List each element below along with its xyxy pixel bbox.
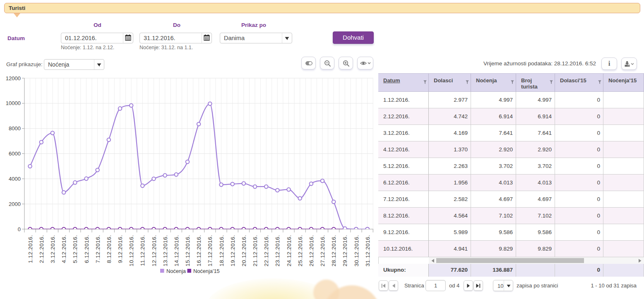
svg-text:7.12.2016.: 7.12.2016. xyxy=(95,235,101,263)
svg-text:22.12.2016.: 22.12.2016. xyxy=(263,235,269,266)
svg-text:13.12.2016.: 13.12.2016. xyxy=(162,235,168,266)
svg-text:5.12.2016.: 5.12.2016. xyxy=(72,235,78,263)
svg-text:0: 0 xyxy=(18,226,21,232)
svg-text:9.12.2016.: 9.12.2016. xyxy=(117,235,123,263)
svg-text:23.12.2016.: 23.12.2016. xyxy=(274,235,281,266)
svg-text:4.12.2016.: 4.12.2016. xyxy=(61,235,67,263)
svg-text:8.12.2016.: 8.12.2016. xyxy=(106,235,112,263)
svg-text:12.12.2016.: 12.12.2016. xyxy=(151,235,157,266)
svg-text:1.12.2016.: 1.12.2016. xyxy=(27,235,34,263)
svg-text:2000: 2000 xyxy=(9,201,21,207)
svg-text:10.12.2016.: 10.12.2016. xyxy=(128,235,135,266)
svg-text:8000: 8000 xyxy=(9,125,21,132)
svg-text:15.12.2016.: 15.12.2016. xyxy=(185,235,191,266)
svg-text:14.12.2016.: 14.12.2016. xyxy=(173,235,180,266)
svg-text:6000: 6000 xyxy=(9,151,21,157)
svg-text:19.12.2016.: 19.12.2016. xyxy=(230,235,236,266)
svg-text:29.12.2016.: 29.12.2016. xyxy=(342,235,348,266)
svg-text:31.12.2016.: 31.12.2016. xyxy=(365,235,371,266)
svg-text:6.12.2016.: 6.12.2016. xyxy=(84,235,90,263)
svg-text:12000: 12000 xyxy=(6,75,21,81)
svg-text:4000: 4000 xyxy=(9,176,21,182)
svg-text:11.12.2016.: 11.12.2016. xyxy=(139,235,146,266)
svg-text:20.12.2016.: 20.12.2016. xyxy=(241,235,247,266)
svg-text:26.12.2016.: 26.12.2016. xyxy=(308,235,315,266)
svg-text:16.12.2016.: 16.12.2016. xyxy=(196,235,202,266)
svg-text:28.12.2016.: 28.12.2016. xyxy=(331,235,337,266)
svg-text:17.12.2016.: 17.12.2016. xyxy=(207,235,213,266)
svg-text:2.12.2016.: 2.12.2016. xyxy=(38,235,45,263)
svg-text:Noćenja'15: Noćenja'15 xyxy=(193,268,220,274)
svg-text:Noćenja: Noćenja xyxy=(166,268,186,274)
svg-text:10000: 10000 xyxy=(6,100,21,106)
svg-text:24.12.2016.: 24.12.2016. xyxy=(286,235,292,266)
svg-text:3.12.2016.: 3.12.2016. xyxy=(50,235,56,263)
svg-text:27.12.2016.: 27.12.2016. xyxy=(320,235,326,266)
svg-text:30.12.2016.: 30.12.2016. xyxy=(353,235,360,266)
svg-text:18.12.2016.: 18.12.2016. xyxy=(219,235,225,266)
svg-text:25.12.2016.: 25.12.2016. xyxy=(297,235,303,266)
svg-text:21.12.2016.: 21.12.2016. xyxy=(252,235,258,266)
